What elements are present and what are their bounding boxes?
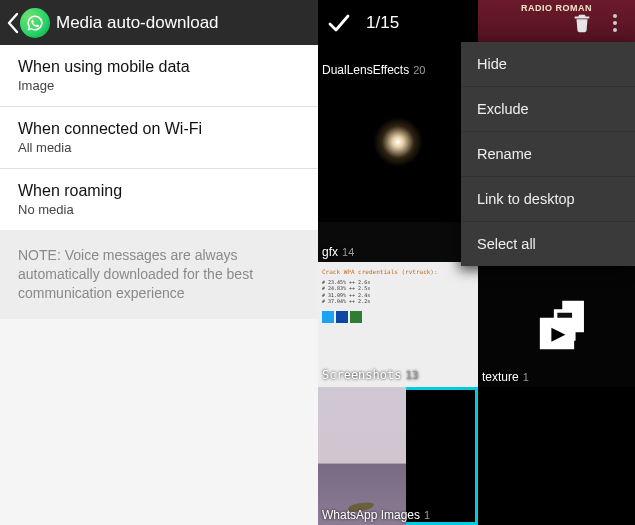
- album-count: 13: [405, 369, 418, 383]
- setting-mobile-data[interactable]: When using mobile data Image: [0, 45, 318, 107]
- album-count: 1: [424, 509, 430, 521]
- setting-title: When roaming: [18, 182, 300, 200]
- delete-button[interactable]: [571, 12, 593, 34]
- back-button[interactable]: [6, 8, 50, 38]
- gallery-selection-header: 1/15: [318, 0, 635, 45]
- album-duallenseffects[interactable]: DualLensEffects 20: [318, 62, 478, 222]
- whatsapp-logo-icon: [20, 8, 50, 38]
- overflow-menu-button[interactable]: [603, 8, 627, 38]
- album-name: gfx: [322, 245, 338, 259]
- album-count: 20: [413, 64, 425, 76]
- setting-title: When connected on Wi-Fi: [18, 120, 300, 138]
- album-name: Screenshots: [322, 368, 401, 384]
- gallery-pane: RADIO ROMAN DualLensEffects 20 gfx 14 Cr…: [318, 0, 635, 525]
- context-menu: Hide Exclude Rename Link to desktop Sele…: [461, 42, 635, 266]
- page-title: Media auto-download: [56, 13, 219, 33]
- chevron-left-icon: [6, 12, 20, 34]
- menu-select-all[interactable]: Select all: [461, 222, 635, 266]
- menu-rename[interactable]: Rename: [461, 132, 635, 177]
- album-count: 14: [342, 246, 354, 258]
- menu-link-to-desktop[interactable]: Link to desktop: [461, 177, 635, 222]
- selection-count: 1/15: [366, 13, 399, 33]
- album-thumbnail: [318, 387, 406, 525]
- settings-empty-area: [0, 319, 318, 525]
- setting-subtitle: Image: [18, 78, 300, 93]
- album-name: texture: [482, 370, 519, 384]
- screenshot-line: # 37.04% ++ 2.2s: [322, 298, 474, 305]
- album-texture[interactable]: texture 1: [478, 262, 635, 387]
- setting-subtitle: No media: [18, 202, 300, 217]
- share-icon: [350, 311, 362, 323]
- album-gfx[interactable]: gfx 14: [318, 222, 478, 262]
- facebook-icon: [336, 311, 348, 323]
- album-whatsapp-images[interactable]: WhatsApp Images 1: [318, 387, 478, 525]
- screenshot-line-top: Crack WPA credentials (rvtrack):: [322, 268, 474, 276]
- whatsapp-settings-pane: Media auto-download When using mobile da…: [0, 0, 318, 525]
- lens-flare-icon: [373, 117, 423, 167]
- settings-note: NOTE: Voice messages are always automati…: [0, 230, 318, 319]
- done-button[interactable]: [326, 10, 352, 36]
- setting-roaming[interactable]: When roaming No media: [0, 169, 318, 230]
- album-count: 1: [523, 371, 529, 383]
- trash-icon: [571, 12, 593, 34]
- menu-exclude[interactable]: Exclude: [461, 87, 635, 132]
- twitter-icon: [322, 311, 334, 323]
- menu-hide[interactable]: Hide: [461, 42, 635, 87]
- setting-title: When using mobile data: [18, 58, 300, 76]
- album-name: DualLensEffects: [322, 63, 409, 77]
- setting-subtitle: All media: [18, 140, 300, 155]
- settings-list: When using mobile data Image When connec…: [0, 45, 318, 230]
- play-stack-icon: [522, 290, 592, 360]
- checkmark-icon: [326, 10, 352, 36]
- album-screenshots[interactable]: Crack WPA credentials (rvtrack): # 23.45…: [318, 262, 478, 387]
- album-name: WhatsApp Images: [322, 508, 420, 522]
- settings-header: Media auto-download: [0, 0, 318, 45]
- setting-wifi[interactable]: When connected on Wi-Fi All media: [0, 107, 318, 169]
